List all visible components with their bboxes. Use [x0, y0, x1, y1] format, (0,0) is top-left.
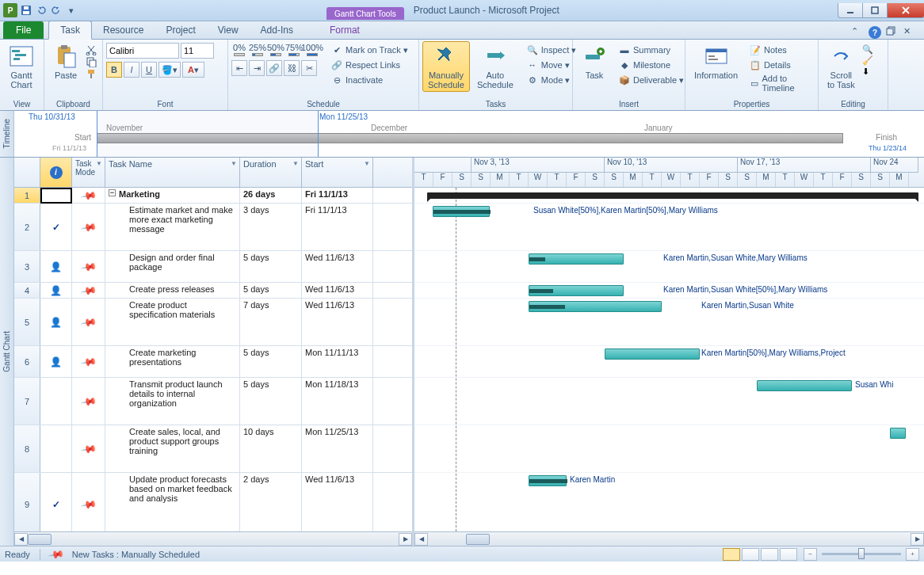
- minimize-button[interactable]: [838, 3, 863, 18]
- summary-button[interactable]: ▬Summary: [616, 43, 686, 57]
- start-cell[interactable]: Wed 11/6/13: [302, 283, 373, 298]
- scroll-to-task-button[interactable]: Scroll to Task: [822, 41, 861, 92]
- name-cell[interactable]: Update product forecasts based on market…: [105, 473, 240, 531]
- paste-button[interactable]: Paste: [48, 41, 84, 82]
- row-number[interactable]: 9: [14, 473, 40, 531]
- mdi-restore-icon[interactable]: [886, 26, 899, 39]
- fill-color-button[interactable]: 🪣▾: [158, 62, 181, 78]
- tab-addins[interactable]: Add-Ins: [250, 21, 304, 39]
- duration-cell[interactable]: 5 days: [240, 346, 302, 377]
- pct-50-button[interactable]: 50%: [268, 43, 284, 57]
- minimize-ribbon-icon[interactable]: ⌃: [851, 26, 864, 39]
- name-cell[interactable]: −Marketing: [105, 188, 240, 203]
- info-cell[interactable]: ✓: [40, 204, 72, 250]
- close-button[interactable]: [887, 3, 924, 18]
- info-cell[interactable]: [40, 425, 72, 472]
- timeline-pane-handle[interactable]: Timeline: [0, 111, 14, 157]
- tab-project[interactable]: Project: [155, 21, 206, 39]
- start-cell[interactable]: Mon 11/18/13: [302, 378, 373, 425]
- gantt-chart-button[interactable]: Gantt Chart: [3, 41, 40, 92]
- font-face-select[interactable]: [106, 43, 179, 59]
- add-timeline-button[interactable]: ▭Add to Timeline: [746, 73, 815, 93]
- pct-75-button[interactable]: 75%: [286, 43, 302, 57]
- deliverable-button[interactable]: 📦Deliverable ▾: [616, 73, 686, 87]
- info-cell[interactable]: [40, 378, 72, 425]
- pct-100-button[interactable]: 100%: [304, 43, 320, 57]
- mode-cell[interactable]: 📌: [72, 204, 105, 250]
- italic-button[interactable]: I: [124, 62, 139, 78]
- respect-links-button[interactable]: 🔗Respect Links: [328, 58, 410, 72]
- tab-task[interactable]: Task: [48, 21, 92, 40]
- pct-0-button[interactable]: 0%: [231, 43, 247, 57]
- status-newtasks[interactable]: New Tasks : Manually Scheduled: [72, 550, 200, 559]
- grid-hscroll[interactable]: ◀ ▶: [14, 531, 412, 546]
- indent-button[interactable]: ⇥: [249, 60, 265, 76]
- name-cell[interactable]: Transmit product launch details to inter…: [105, 378, 240, 425]
- inactivate-button[interactable]: ⊖Inactivate: [328, 73, 410, 87]
- underline-button[interactable]: U: [141, 62, 157, 78]
- grid-row[interactable]: 9✓📌Update product forecasts based on mar…: [14, 473, 412, 531]
- view-team-button[interactable]: [761, 548, 778, 561]
- gantt-body[interactable]: Susan White[50%],Karen Martin[50%],Mary …: [414, 188, 924, 531]
- info-cell[interactable]: [40, 188, 72, 203]
- mode-cell[interactable]: 📌: [72, 251, 105, 282]
- grid-row[interactable]: 1📌−Marketing26 daysFri 11/1/13: [14, 188, 412, 204]
- select-all-cell[interactable]: [14, 158, 40, 187]
- mode-button[interactable]: ⚙Mode ▾: [524, 73, 578, 87]
- start-cell[interactable]: Wed 11/6/13: [302, 473, 373, 531]
- duration-cell[interactable]: 5 days: [240, 251, 302, 282]
- summary-bar[interactable]: [427, 192, 918, 199]
- row-number[interactable]: 3: [14, 251, 40, 282]
- start-cell[interactable]: Wed 11/6/13: [302, 299, 373, 345]
- scroll-left-button[interactable]: ◀: [14, 533, 28, 546]
- cut-icon[interactable]: [86, 44, 97, 55]
- link-button[interactable]: 🔗: [266, 60, 282, 76]
- mode-cell[interactable]: 📌: [72, 425, 105, 472]
- auto-schedule-button[interactable]: Auto Schedule: [472, 41, 519, 92]
- pct-25-button[interactable]: 25%: [250, 43, 265, 57]
- move-button[interactable]: ↔Move ▾: [524, 58, 578, 72]
- timeline-selection[interactable]: [97, 111, 319, 157]
- view-usage-button[interactable]: [742, 548, 759, 561]
- grid-row[interactable]: 8📌Create sales, local, and product suppo…: [14, 425, 412, 473]
- view-gantt-button[interactable]: [723, 548, 740, 561]
- row-number[interactable]: 6: [14, 346, 40, 377]
- grid-row[interactable]: 3👤📌Design and order final package5 daysW…: [14, 251, 412, 283]
- info-cell[interactable]: 👤: [40, 346, 72, 377]
- zoom-out-button[interactable]: −: [804, 548, 817, 561]
- grid-row[interactable]: 2✓📌Estimate market and make more exact m…: [14, 204, 412, 251]
- scroll-thumb[interactable]: [466, 534, 490, 545]
- grid-row[interactable]: 4👤📌Create press releases5 daysWed 11/6/1…: [14, 283, 412, 299]
- mode-cell[interactable]: 📌: [72, 378, 105, 425]
- duration-column-header[interactable]: Duration▼: [240, 158, 302, 187]
- name-cell[interactable]: Create press releases: [105, 283, 240, 298]
- name-cell[interactable]: Create sales, local, and product support…: [105, 425, 240, 472]
- row-number[interactable]: 8: [14, 425, 40, 472]
- duration-cell[interactable]: 5 days: [240, 378, 302, 425]
- start-cell[interactable]: Mon 11/11/13: [302, 346, 373, 377]
- row-number[interactable]: 7: [14, 378, 40, 425]
- duration-cell[interactable]: 26 days: [240, 188, 302, 203]
- info-cell[interactable]: 👤: [40, 283, 72, 298]
- font-color-button[interactable]: A▾: [182, 62, 204, 78]
- file-tab[interactable]: File: [3, 21, 44, 39]
- row-number[interactable]: 5: [14, 299, 40, 345]
- save-icon[interactable]: [20, 4, 32, 17]
- row-number[interactable]: 2: [14, 204, 40, 250]
- start-cell[interactable]: Fri 11/1/13: [302, 204, 373, 250]
- collapse-icon[interactable]: −: [109, 189, 116, 196]
- milestone-button[interactable]: ◆Milestone: [616, 58, 686, 72]
- duration-cell[interactable]: 3 days: [240, 204, 302, 250]
- redo-icon[interactable]: [50, 4, 63, 17]
- zoom-in-button[interactable]: +: [906, 548, 919, 561]
- info-cell[interactable]: 👤: [40, 299, 72, 345]
- app-icon[interactable]: P: [3, 3, 17, 17]
- find-icon[interactable]: 🔍: [862, 44, 873, 55]
- zoom-thumb[interactable]: [858, 548, 865, 559]
- timeline-view[interactable]: Thu 10/31/13 Mon 11/25/13 November Decem…: [14, 111, 924, 157]
- mode-cell[interactable]: 📌: [72, 346, 105, 377]
- name-cell[interactable]: Design and order final package: [105, 251, 240, 282]
- row-number[interactable]: 1: [14, 188, 40, 203]
- tab-resource[interactable]: Resource: [92, 21, 155, 39]
- unlink-button[interactable]: ⛓: [284, 60, 300, 76]
